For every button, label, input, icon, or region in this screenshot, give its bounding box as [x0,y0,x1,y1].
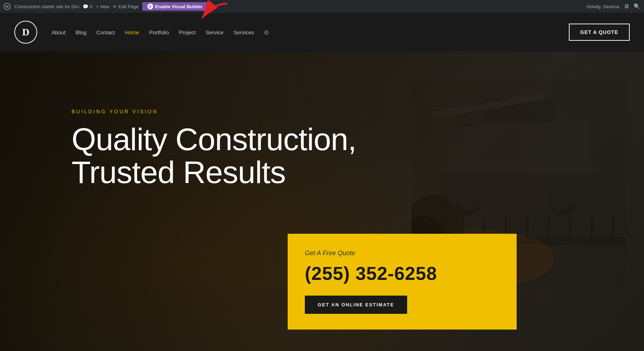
comment-count: 0 [90,4,92,9]
howdy-text: Howdy, Deanna [586,4,619,9]
comment-count-wrap[interactable]: 💬 0 [83,4,92,9]
site-name: Construction starter site for Divi [14,4,79,9]
hero-section: BUILDING YOUR VISION Quality Constructio… [0,51,644,351]
nav-item-about[interactable]: About [52,29,65,35]
enable-visual-builder-button[interactable]: D Enable Visual Builder [142,2,208,11]
nav-item-home[interactable]: Home [125,29,139,35]
get-online-estimate-button[interactable]: GET AN ONLINE ESTIMATE [305,296,407,314]
comment-icon: 💬 [83,4,88,9]
quote-box-phone: (255) 352-6258 [305,263,499,284]
get-quote-button[interactable]: GET A QUOTE [569,24,630,41]
user-avatar-icon: 🖥 [624,3,629,10]
main-navigation: About Blog Contact Home Portfolio Projec… [52,29,569,36]
wordpress-logo-icon[interactable]: W [4,3,11,10]
quote-box-label: Get A Free Quote [305,249,499,257]
nav-search-icon[interactable]: ⊙ [264,29,269,36]
new-button[interactable]: + New [96,4,110,9]
hero-subtitle: BUILDING YOUR VISION [72,109,644,114]
pencil-icon: ✏ [113,4,117,9]
logo-text: D [22,26,29,38]
nav-item-blog[interactable]: Blog [75,29,86,35]
nav-item-services[interactable]: Services [234,29,254,35]
plus-icon: + [96,4,99,9]
hero-content: BUILDING YOUR VISION Quality Constructio… [0,51,644,189]
edit-page-button[interactable]: ✏ Edit Page [113,4,138,9]
admin-bar: W Construction starter site for Divi 💬 0… [0,0,644,13]
nav-item-contact[interactable]: Contact [96,29,115,35]
divi-icon: D [147,4,153,9]
nav-item-service[interactable]: Service [206,29,224,35]
admin-bar-left: W Construction starter site for Divi 💬 0… [4,2,582,11]
hero-title: Quality Construction,Trusted Results [72,123,644,189]
nav-item-portfolio[interactable]: Portfolio [149,29,169,35]
admin-search-icon[interactable]: 🔍 [634,3,640,10]
svg-text:W: W [5,4,9,9]
nav-item-project[interactable]: Project [179,29,196,35]
site-logo[interactable]: D [14,21,37,44]
admin-bar-right: Howdy, Deanna 🖥 🔍 [586,3,640,10]
quote-box: Get A Free Quote (255) 352-6258 GET AN O… [288,234,517,330]
site-header: D About Blog Contact Home Portfolio Proj… [0,13,644,51]
